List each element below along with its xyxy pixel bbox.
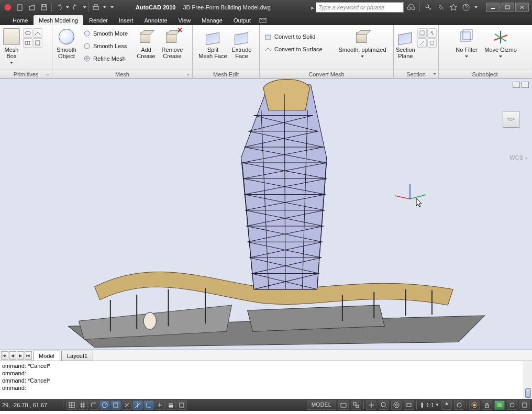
grid-display-toggle[interactable]	[77, 400, 88, 410]
tab-render[interactable]: Render	[84, 15, 113, 25]
smooth-object-button[interactable]: Smooth Object	[54, 27, 79, 59]
refine-mesh-button[interactable]: Refine Mesh	[81, 52, 132, 65]
search-input[interactable]: Type a keyword or phrase	[316, 2, 404, 13]
convert-to-surface-button[interactable]: Convert to Surface	[262, 43, 333, 55]
zoom-icon[interactable]	[379, 400, 389, 410]
tab-annotate[interactable]: Annotate	[139, 15, 173, 25]
help-icon[interactable]	[461, 2, 471, 13]
panel-title-convert-mesh: Convert Mesh	[260, 70, 393, 78]
tab-output[interactable]: Output	[228, 15, 256, 25]
qat-print-icon[interactable]	[90, 2, 102, 13]
lineweight-toggle[interactable]	[165, 400, 176, 410]
qat-save-icon[interactable]	[38, 2, 50, 13]
title-text: AutoCAD 2010 3D Free-Form Building Model…	[136, 4, 271, 10]
smooth-optimized-button[interactable]: Smooth, optimized	[335, 27, 390, 58]
qat-print-dropdown[interactable]	[102, 6, 107, 8]
no-filter-button[interactable]: No Filter	[452, 27, 481, 58]
tab-express-tools-icon[interactable]	[257, 15, 269, 25]
subscription-key-icon[interactable]	[423, 2, 434, 13]
3d-osnap-toggle[interactable]	[121, 400, 132, 410]
section-jog-icon[interactable]	[427, 28, 437, 38]
move-gizmo-button[interactable]: Move Gizmo	[483, 27, 518, 58]
mesh-box-button[interactable]: Mesh Box	[2, 27, 21, 64]
hardware-accel-icon[interactable]	[494, 400, 505, 410]
quick-view-layouts-icon[interactable]	[338, 400, 349, 410]
maximize-button[interactable]	[501, 3, 514, 12]
extrude-face-button[interactable]: Extrude Face	[230, 27, 254, 59]
annotation-visibility-icon[interactable]	[441, 400, 452, 410]
panel-title-section[interactable]: Section	[394, 70, 438, 78]
qat-customize-dropdown[interactable]	[109, 6, 115, 8]
generate-section-icon[interactable]	[417, 38, 427, 48]
svg-point-72	[457, 403, 461, 407]
primitive-revsurf-icon[interactable]	[23, 28, 32, 38]
quick-view-drawings-icon[interactable]	[351, 400, 361, 410]
panel-title-mesh[interactable]: Mesh⌄	[52, 70, 192, 78]
favorites-star-icon[interactable]	[448, 2, 459, 13]
ortho-mode-toggle[interactable]	[88, 400, 99, 410]
snap-mode-toggle[interactable]	[66, 400, 77, 410]
ducs-toggle[interactable]	[143, 400, 154, 410]
live-section-icon[interactable]	[417, 28, 427, 38]
layout-tab-layout1[interactable]: Layout1	[61, 351, 93, 361]
primitive-rulesurf-icon[interactable]	[23, 38, 32, 48]
viewport-maximize-icon[interactable]	[522, 82, 529, 88]
search-chevron-icon[interactable]: ▸	[311, 4, 315, 12]
qat-undo-dropdown[interactable]	[65, 6, 70, 8]
split-mesh-face-button[interactable]: Split Mesh Face	[198, 27, 228, 59]
drawing-viewport[interactable]: TOP WCS	[0, 79, 532, 350]
isolate-objects-icon[interactable]	[507, 400, 517, 410]
section-plane-button[interactable]: Section Plane	[396, 27, 415, 59]
flatshot-icon[interactable]	[427, 38, 437, 48]
workspace-switching-icon[interactable]	[469, 400, 480, 410]
layout-nav-prev-icon[interactable]: ◀	[9, 351, 16, 360]
tab-mesh-modeling[interactable]: Mesh Modeling	[34, 15, 83, 25]
pan-icon[interactable]	[366, 400, 376, 410]
add-crease-button[interactable]: Add Crease	[134, 27, 158, 59]
remove-crease-button[interactable]: ✕ Remove Crease	[160, 27, 184, 59]
layout-nav-first-icon[interactable]: ⏮	[1, 351, 8, 360]
dyn-input-toggle[interactable]	[154, 400, 165, 410]
wcs-dropdown[interactable]: WCS	[509, 154, 528, 161]
tab-view[interactable]: View	[173, 15, 196, 25]
otrack-toggle[interactable]	[132, 400, 143, 410]
comm-center-icon[interactable]	[436, 2, 446, 13]
command-line-window[interactable]: ommand: *Cancel* ommand: ommand: *Cancel…	[0, 361, 532, 399]
svg-point-15	[84, 31, 90, 36]
annotation-autoscale-icon[interactable]	[454, 400, 464, 410]
model-paper-toggle[interactable]: MODEL	[307, 400, 336, 410]
panel-title-primitives[interactable]: Primitives⌄	[0, 70, 52, 78]
convert-to-solid-button[interactable]: Convert to Solid	[262, 30, 333, 43]
showmotion-icon[interactable]	[404, 400, 414, 410]
command-scrollbar[interactable]	[524, 361, 532, 399]
layout-nav-next-icon[interactable]: ▶	[17, 351, 24, 360]
annotation-scale[interactable]: 1:1 ▼	[419, 402, 439, 408]
qat-redo-icon[interactable]	[70, 2, 82, 13]
viewport-minimize-icon[interactable]	[513, 82, 520, 88]
osnap-toggle[interactable]	[110, 400, 121, 410]
smooth-less-button[interactable]: Smooth Less	[81, 40, 132, 52]
help-dropdown[interactable]	[473, 6, 479, 8]
minimize-button[interactable]	[486, 3, 500, 12]
search-binoculars-icon[interactable]	[406, 2, 416, 13]
qat-redo-dropdown[interactable]	[82, 6, 87, 8]
polar-tracking-toggle[interactable]	[99, 400, 110, 410]
layout-tab-model[interactable]: Model	[33, 351, 60, 361]
coordinate-readout[interactable]: 29, -26.78 , 61.67	[2, 402, 60, 408]
primitive-tabsurf-icon[interactable]	[33, 38, 42, 48]
tab-manage[interactable]: Manage	[196, 15, 228, 25]
close-button[interactable]	[515, 3, 529, 12]
qat-new-icon[interactable]	[14, 2, 26, 13]
primitive-edgesurf-icon[interactable]	[33, 28, 42, 38]
quick-properties-toggle[interactable]	[176, 400, 187, 410]
qat-undo-icon[interactable]	[53, 2, 64, 13]
clean-screen-icon[interactable]	[519, 400, 530, 410]
tab-insert[interactable]: Insert	[114, 15, 139, 25]
qat-open-icon[interactable]	[26, 2, 38, 13]
tab-home[interactable]: Home	[7, 15, 33, 25]
steering-wheel-icon[interactable]	[391, 400, 402, 410]
app-menu-button[interactable]	[2, 2, 14, 13]
layout-nav-last-icon[interactable]: ⏭	[25, 351, 32, 360]
smooth-more-button[interactable]: Smooth More	[81, 27, 132, 40]
toolbar-lock-icon[interactable]	[482, 400, 492, 410]
